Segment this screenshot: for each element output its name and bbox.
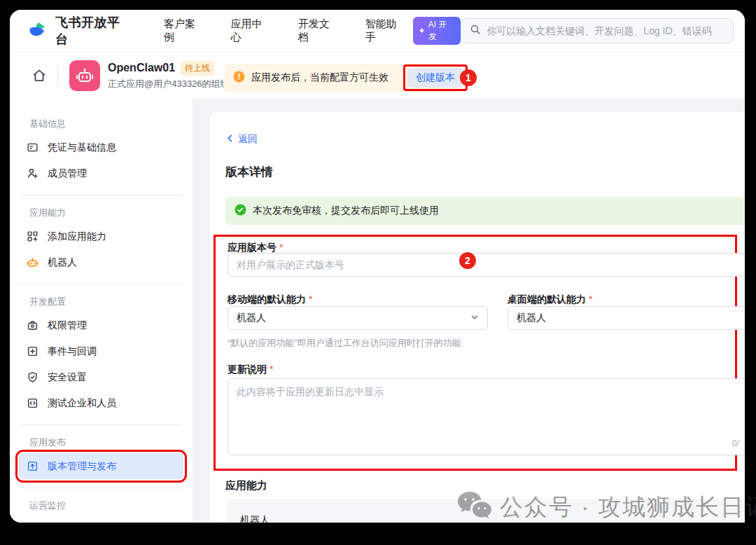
warning-icon [233, 71, 245, 85]
sidebar-section-monitoring: 运营监控 [29, 497, 183, 512]
char-counter: 0/ [732, 439, 739, 448]
required-asterisk: * [589, 294, 592, 306]
app-window: 飞书开放平台 客户案例 应用中心 开发文档 智能助手 ✦ AI 开发 [10, 10, 745, 523]
required-asterisk: * [270, 364, 273, 376]
version-number-input[interactable] [227, 253, 745, 277]
add-capability-icon [27, 230, 38, 242]
search-box[interactable] [461, 18, 734, 43]
label-text: 更新说明 [227, 364, 267, 376]
changelog-label: 更新说明 * [227, 364, 273, 376]
app-subtitle: 正式应用@用户433326的组织 [108, 78, 230, 90]
sidebar: 基础信息 凭证与基础信息 成员管理 应用能力 [10, 98, 192, 523]
nav-item-dev-docs[interactable]: 开发文档 [298, 18, 340, 44]
robot-icon [27, 256, 38, 268]
chevron-down-icon [470, 312, 479, 324]
sparkle-icon: ✦ [419, 26, 426, 36]
member-add-icon [27, 167, 38, 179]
id-card-icon [27, 142, 38, 153]
annotation-badge-1: 1 [460, 69, 477, 86]
content-area: 基础信息 凭证与基础信息 成员管理 应用能力 [10, 98, 745, 523]
desktop-capability-label: 桌面端的默认能力 * [507, 294, 592, 306]
nav-item-app-center[interactable]: 应用中心 [231, 18, 273, 44]
sidebar-item-events[interactable]: 事件与回调 [19, 338, 183, 364]
nav-item-cases[interactable]: 客户案例 [164, 18, 206, 44]
sidebar-item-label: 成员管理 [48, 167, 87, 180]
nav-item-ai-label: 智能助手 [365, 18, 407, 44]
annotation-box-create-version: 创建版本 [403, 64, 468, 91]
annotation-badge-2: 2 [459, 252, 476, 269]
mobile-capability-value: 机器人 [237, 312, 266, 324]
brand-logo-group[interactable]: 飞书开放平台 [28, 14, 133, 48]
sidebar-item-label: 测试企业和人员 [48, 397, 116, 410]
create-version-button[interactable]: 创建版本 [407, 68, 463, 88]
ai-badge-label: AI 开发 [428, 19, 456, 43]
label-text: 桌面端的默认能力 [507, 294, 586, 306]
shield-check-icon [27, 371, 38, 383]
sidebar-item-label: 版本管理与发布 [48, 460, 116, 473]
success-banner: 本次发布免审核，提交发布后即可上线使用 [225, 197, 745, 225]
mobile-capability-select[interactable]: 机器人 [227, 306, 488, 330]
main-area: 返回 版本详情 本次发布免审核，提交发布后即可上线使用 应用版本 [192, 98, 745, 523]
top-navigation: 飞书开放平台 客户案例 应用中心 开发文档 智能助手 ✦ AI 开发 [10, 10, 745, 52]
app-name: OpenClaw01 [108, 62, 175, 74]
sidebar-item-permissions[interactable]: 权限管理 [19, 312, 183, 338]
version-detail-card: 返回 版本详情 本次发布免审核，提交发布后即可上线使用 应用版本 [210, 112, 745, 523]
app-meta: OpenClaw01 待上线 正式应用@用户433326的组织 [108, 61, 230, 90]
sidebar-section-dev-config: 开发配置 [29, 293, 183, 308]
nav-menu: 客户案例 应用中心 开发文档 智能助手 ✦ AI 开发 [164, 17, 461, 45]
sidebar-item-label: 事件与回调 [48, 345, 97, 358]
check-circle-icon [234, 204, 246, 218]
sidebar-section-basic-info: 基础信息 [29, 115, 183, 130]
sidebar-item-security[interactable]: 安全设置 [19, 364, 183, 390]
sidebar-item-test-org[interactable]: 测试企业和人员 [19, 390, 183, 416]
sidebar-item-members[interactable]: 成员管理 [19, 160, 183, 186]
changelog-textarea[interactable] [227, 378, 745, 455]
sidebar-divider [20, 488, 182, 488]
sidebar-item-log-search[interactable]: 日志检索 [19, 516, 183, 523]
sidebar-item-version-release[interactable]: 版本管理与发布 [19, 453, 183, 479]
sidebar-section-release: 应用发布 [29, 434, 183, 449]
sidebar-item-label: 权限管理 [48, 319, 87, 332]
page-title: 版本详情 [225, 164, 745, 180]
feishu-logo-icon [28, 20, 49, 42]
warning-banner: 应用发布后，当前配置方可生效 创建版本 [224, 64, 461, 92]
sidebar-divider [20, 284, 182, 284]
success-banner-text: 本次发布免审核，提交发布后即可上线使用 [253, 205, 439, 217]
sidebar-divider [20, 425, 182, 425]
back-link[interactable]: 返回 [225, 133, 274, 146]
required-asterisk: * [309, 294, 312, 306]
home-icon[interactable] [28, 64, 50, 87]
sidebar-item-add-capability[interactable]: 添加应用能力 [19, 223, 183, 249]
sidebar-item-label: 机器人 [48, 256, 77, 269]
sidebar-item-label: 安全设置 [48, 371, 87, 384]
sidebar-item-credentials[interactable]: 凭证与基础信息 [19, 134, 183, 160]
chevron-left-icon [225, 134, 234, 145]
status-badge: 待上线 [181, 61, 214, 76]
default-capability-hint: “默认的应用功能”即用户通过工作台访问应用时打开的功能 [227, 337, 461, 350]
capability-section-title: 应用能力 [225, 479, 267, 492]
back-link-label: 返回 [238, 133, 258, 146]
header-divider [57, 66, 58, 85]
permission-icon [27, 319, 38, 331]
release-arrow-icon [27, 460, 38, 472]
label-text: 移动端的默认能力 [227, 294, 306, 306]
mobile-capability-label: 移动端的默认能力 * [227, 294, 312, 306]
capability-row-bot[interactable]: 机器人 [227, 499, 745, 523]
brand-title: 飞书开放平台 [55, 14, 133, 48]
code-square-icon [27, 397, 38, 409]
sidebar-item-label: 凭证与基础信息 [48, 142, 116, 154]
annotation-box-form: 应用版本号 * 移动端的默认能力 * 桌面端的默认能力 * 机器人 [214, 235, 737, 471]
event-callback-icon [27, 345, 38, 357]
app-avatar [69, 60, 100, 91]
capability-row-label: 机器人 [240, 514, 270, 523]
sidebar-item-label: 添加应用能力 [48, 230, 106, 243]
desktop-capability-value: 机器人 [517, 312, 546, 324]
app-header: OpenClaw01 待上线 正式应用@用户433326的组织 应用发布后，当前… [10, 52, 745, 98]
nav-item-ai-assistant[interactable]: 智能助手 ✦ AI 开发 [365, 17, 461, 45]
warning-text: 应用发布后，当前配置方可生效 [251, 71, 388, 84]
desktop-capability-select[interactable]: 机器人 [507, 306, 745, 330]
ai-dev-badge: ✦ AI 开发 [413, 17, 461, 45]
sidebar-item-bot[interactable]: 机器人 [19, 249, 183, 275]
search-input[interactable] [486, 25, 724, 36]
sidebar-section-capabilities: 应用能力 [29, 204, 183, 219]
